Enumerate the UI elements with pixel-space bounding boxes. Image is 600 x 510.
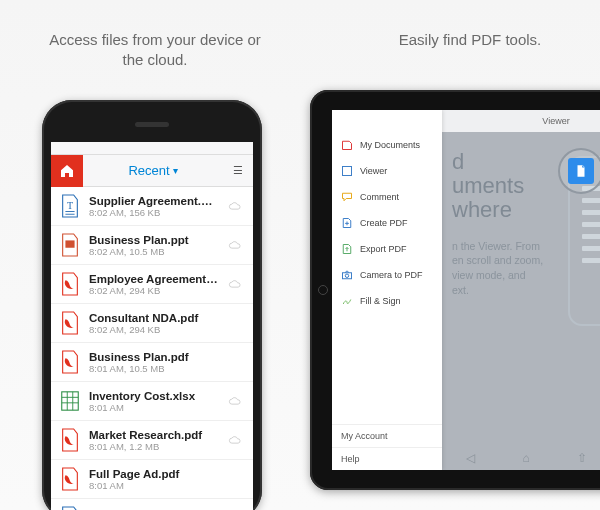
- file-info: Market Research.pdf 8:01 AM, 1.2 MB: [89, 429, 219, 452]
- file-type-icon: [59, 505, 81, 510]
- file-type-icon: [59, 310, 81, 336]
- file-meta: 8:01 AM: [89, 480, 219, 491]
- tablet-header-title: Viewer: [542, 116, 569, 126]
- tablet-header: Viewer Undo: [442, 110, 600, 132]
- file-row[interactable]: Business Plan.pdf 8:01 AM, 10.5 MB: [51, 343, 253, 382]
- file-info: Supplier Agreement.docx 8:02 AM, 156 KB: [89, 195, 219, 218]
- file-name: Market Research.pdf: [89, 429, 219, 441]
- file-type-icon: [59, 388, 81, 414]
- share-icon[interactable]: ⇧: [577, 451, 587, 465]
- cloud-status-icon: [227, 197, 245, 215]
- svg-rect-1: [65, 240, 74, 247]
- file-row[interactable]: Market Research.pdf 8:01 AM, 1.2 MB: [51, 421, 253, 460]
- file-row[interactable]: Inventory Cost.xlsx 8:01 AM: [51, 382, 253, 421]
- file-row[interactable]: T Supplier Agreement.docx 8:02 AM, 156 K…: [51, 187, 253, 226]
- chevron-down-icon: ▾: [173, 165, 178, 176]
- recent-tab-label: Recent: [128, 163, 169, 178]
- sidebar-item-comment[interactable]: Comment: [332, 184, 442, 210]
- file-type-icon: [59, 466, 81, 492]
- view-mode-button[interactable]: ☰: [223, 164, 253, 177]
- file-info: Inventory Cost.xlsx 8:01 AM: [89, 390, 219, 413]
- sidebar-item-camera-to-pdf[interactable]: Camera to PDF: [332, 262, 442, 288]
- file-name: Full Page Ad.pdf: [89, 468, 219, 480]
- caption-left: Access files from your device or the clo…: [40, 30, 270, 71]
- sidebar-item-label: Comment: [360, 192, 399, 202]
- tablet-hero: d uments where n the Viewer. From en scr…: [452, 150, 600, 440]
- file-name: Inventory Cost.xlsx: [89, 390, 219, 402]
- phone-status-bar: [51, 142, 253, 155]
- sidebar-item-label: My Documents: [360, 140, 420, 150]
- sidebar-item-viewer[interactable]: Viewer: [332, 158, 442, 184]
- file-info: Business Plan.pdf 8:01 AM, 10.5 MB: [89, 351, 219, 374]
- file-type-icon: [59, 232, 81, 258]
- phone-screen: Recent ▾ ☰ T Supplier Agreement.docx 8:0…: [51, 142, 253, 510]
- document-badge-icon: [568, 158, 594, 184]
- file-type-icon: [59, 349, 81, 375]
- svg-rect-4: [343, 167, 352, 176]
- cloud-status-icon: [227, 275, 245, 293]
- home-icon: [59, 163, 75, 179]
- file-row[interactable]: Business Plan.ppt 8:02 AM, 10.5 MB: [51, 226, 253, 265]
- tablet-device-frame: My Documents Viewer Comment Create PDF E…: [310, 90, 600, 490]
- sidebar-item-export-pdf[interactable]: Export PDF: [332, 236, 442, 262]
- create-pdf-icon: [341, 217, 353, 229]
- svg-text:T: T: [67, 200, 73, 211]
- file-row[interactable]: Magazine Article.jpg: [51, 499, 253, 510]
- sidebar-item-create-pdf[interactable]: Create PDF: [332, 210, 442, 236]
- file-meta: 8:02 AM, 294 KB: [89, 324, 219, 335]
- file-name: Supplier Agreement.docx: [89, 195, 219, 207]
- documents-icon: [341, 139, 353, 151]
- sidebar-item-my-documents[interactable]: My Documents: [332, 132, 442, 158]
- file-type-icon: [59, 427, 81, 453]
- file-name: Business Plan.ppt: [89, 234, 219, 246]
- svg-rect-2: [62, 392, 79, 410]
- sidebar-bottom-my-account[interactable]: My Account: [332, 424, 442, 447]
- home-button[interactable]: [51, 155, 83, 187]
- sidebar-bottom-help[interactable]: Help: [332, 447, 442, 470]
- file-list[interactable]: T Supplier Agreement.docx 8:02 AM, 156 K…: [51, 187, 253, 510]
- sidebar-item-label: Viewer: [360, 166, 387, 176]
- file-info: Full Page Ad.pdf 8:01 AM: [89, 468, 219, 491]
- sidebar-item-label: Fill & Sign: [360, 296, 401, 306]
- tablet-bottombar: ◁ ⌂ ⇧ ☐: [442, 446, 600, 470]
- phone-topbar: Recent ▾ ☰: [51, 155, 253, 187]
- sidebar-item-label: Export PDF: [360, 244, 407, 254]
- phone-speaker: [135, 122, 169, 127]
- file-type-icon: T: [59, 193, 81, 219]
- file-row[interactable]: Full Page Ad.pdf 8:01 AM: [51, 460, 253, 499]
- cloud-status-icon: [227, 392, 245, 410]
- sidebar-bottom-label: My Account: [341, 431, 388, 441]
- phone-device-frame: Recent ▾ ☰ T Supplier Agreement.docx 8:0…: [42, 100, 262, 510]
- tablet-screen: My Documents Viewer Comment Create PDF E…: [332, 110, 600, 470]
- comment-icon: [341, 191, 353, 203]
- file-meta: 8:01 AM, 10.5 MB: [89, 363, 219, 374]
- export-pdf-icon: [341, 243, 353, 255]
- file-meta: 8:01 AM: [89, 402, 219, 413]
- file-info: Business Plan.ppt 8:02 AM, 10.5 MB: [89, 234, 219, 257]
- sidebar-item-fill-sign[interactable]: Fill & Sign: [332, 288, 442, 314]
- illus-doc-lines: [582, 186, 600, 270]
- sidebar-item-label: Create PDF: [360, 218, 408, 228]
- list-view-icon: ☰: [233, 164, 243, 177]
- sidebar-bottom-label: Help: [341, 454, 360, 464]
- file-meta: 8:01 AM, 1.2 MB: [89, 441, 219, 452]
- tablet-home-button[interactable]: [318, 285, 328, 295]
- file-name: Employee Agreement.pdf: [89, 273, 219, 285]
- file-name: Business Plan.pdf: [89, 351, 219, 363]
- cloud-status-icon: [227, 431, 245, 449]
- file-name: Consultant NDA.pdf: [89, 312, 219, 324]
- file-row[interactable]: Consultant NDA.pdf 8:02 AM, 294 KB: [51, 304, 253, 343]
- sidebar-item-label: Camera to PDF: [360, 270, 423, 280]
- file-type-icon: [59, 271, 81, 297]
- recent-tab[interactable]: Recent ▾: [83, 163, 223, 178]
- back-icon[interactable]: ◁: [466, 451, 475, 465]
- home-icon[interactable]: ⌂: [523, 451, 530, 465]
- viewer-icon: [341, 165, 353, 177]
- tablet-main: Viewer Undo d uments where n the Viewer.…: [442, 110, 600, 470]
- fill-sign-icon: [341, 295, 353, 307]
- file-row[interactable]: Employee Agreement.pdf 8:02 AM, 294 KB: [51, 265, 253, 304]
- file-meta: 8:02 AM, 10.5 MB: [89, 246, 219, 257]
- file-info: Employee Agreement.pdf 8:02 AM, 294 KB: [89, 273, 219, 296]
- svg-point-6: [345, 274, 348, 277]
- cloud-status-icon: [227, 236, 245, 254]
